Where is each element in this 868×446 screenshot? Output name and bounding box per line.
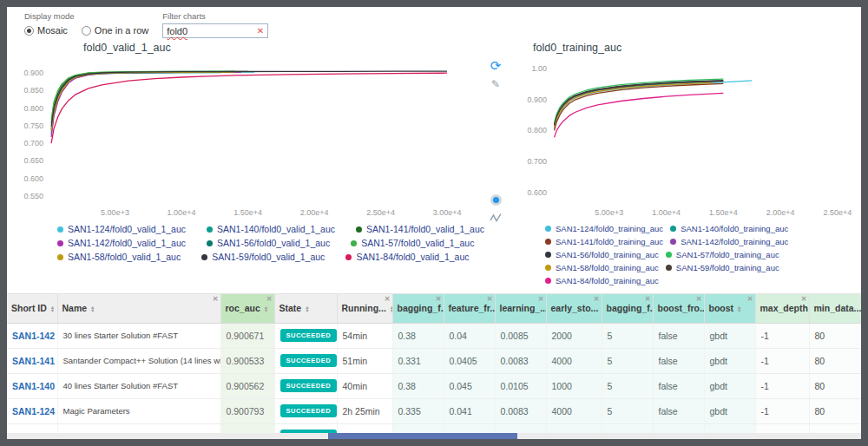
remove-column-icon[interactable]: ✕ [594, 295, 600, 303]
sparkline-icon[interactable] [490, 213, 502, 222]
cell-bagging-f: 5 [602, 323, 653, 348]
sort-icon[interactable]: ▲▼ [50, 305, 55, 313]
status-badge: SUCCEEDED [280, 354, 338, 367]
column-header-roc-auc[interactable]: roc_auc▲▼✕ [220, 294, 274, 323]
legend-item-san1-142-fold0-valid-1-auc[interactable]: SAN1-142/fold0_valid_1_auc [57, 238, 186, 248]
remove-column-icon[interactable]: ✕ [436, 295, 442, 303]
cell-bagging-f: 5 [602, 398, 653, 423]
legend-item-san1-57-fold0-training-auc[interactable]: SAN1-57/fold0_training_auc [666, 250, 779, 259]
remove-column-icon[interactable]: ✕ [213, 295, 219, 303]
series-line-san1-142-fold0-valid-1-auc[interactable] [51, 72, 241, 137]
cell-name: 30 lines Starter Solution #FAST [57, 323, 220, 348]
cell-boost-fro: false [653, 398, 704, 423]
remove-column-icon[interactable]: ✕ [860, 295, 861, 303]
table-row[interactable]: SAN1-14230 lines Starter Solution #FAST0… [7, 323, 861, 348]
column-header-learning[interactable]: learning_...▲▼✕ [495, 294, 546, 323]
remove-column-icon[interactable]: ✕ [487, 295, 493, 303]
series-line-san1-140-fold0-valid-1-auc[interactable] [51, 73, 221, 134]
sort-icon[interactable]: ▲▼ [264, 305, 268, 313]
series-line-san1-59-fold0-valid-1-auc[interactable] [51, 71, 447, 127]
series-line-san1-84-fold0-training-auc[interactable] [555, 93, 724, 137]
cell-state: SUCCEEDED [274, 373, 337, 398]
run-id-link[interactable]: SAN1-141 [12, 356, 55, 366]
series-line-san1-59-fold0-training-auc[interactable] [555, 81, 724, 125]
remove-column-icon[interactable]: ✕ [645, 295, 651, 303]
chart-plot-area[interactable]: 1.000.9000.8000.7000.6005.00e+31.00e+41.… [510, 57, 858, 220]
refresh-icon[interactable]: ⟳ [490, 59, 502, 72]
status-badge: SUCCEEDED [280, 329, 338, 342]
locate-icon[interactable] [490, 194, 502, 206]
legend-item-san1-56-fold0-valid-1-auc[interactable]: SAN1-56/fold0_valid_1_auc [207, 238, 330, 248]
column-header-boost-fro[interactable]: boost_fro...▲▼✕ [653, 294, 704, 323]
cell-learning: 0.0083 [495, 348, 546, 373]
radio-button-icon[interactable] [24, 26, 34, 36]
legend-item-san1-84-fold0-training-auc[interactable]: SAN1-84/fold0_training_auc [545, 276, 659, 285]
radio-button-icon[interactable] [82, 26, 91, 36]
legend-item-san1-124-fold0-valid-1-auc[interactable]: SAN1-124/fold0_valid_1_auc [57, 224, 186, 234]
column-header-max-depth[interactable]: max_depth▲▼✕ [755, 294, 809, 323]
legend-dot-icon [670, 226, 676, 232]
sort-icon[interactable]: ▲▼ [305, 305, 309, 313]
legend-item-san1-124-fold0-training-auc[interactable]: SAN1-124/fold0_training_auc [545, 224, 663, 233]
legend-item-san1-58-fold0-valid-1-auc[interactable]: SAN1-58/fold0_valid_1_auc [57, 252, 181, 262]
legend-item-san1-142-fold0-training-auc[interactable]: SAN1-142/fold0_training_auc [670, 237, 788, 246]
radio-one-in-a-row[interactable]: One in a row [82, 25, 148, 36]
column-header-short-id[interactable]: Short ID▲▼ [7, 294, 57, 323]
series-line-san1-141-fold0-training-auc[interactable] [555, 83, 724, 130]
run-id-link[interactable]: SAN1-124 [12, 406, 55, 416]
legend-item-san1-56-fold0-training-auc[interactable]: SAN1-56/fold0_training_auc [545, 250, 659, 259]
legend-item-san1-140-fold0-training-auc[interactable]: SAN1-140/fold0_training_auc [670, 224, 788, 233]
column-header-bagging-f[interactable]: bagging_f...▲▼✕ [602, 294, 653, 323]
series-line-san1-58-fold0-valid-1-auc[interactable] [51, 72, 234, 130]
legend-item-san1-58-fold0-training-auc[interactable]: SAN1-58/fold0_training_auc [545, 263, 659, 272]
remove-column-icon[interactable]: ✕ [385, 295, 391, 303]
remove-column-icon[interactable]: ✕ [696, 295, 702, 303]
legend-item-san1-59-fold0-training-auc[interactable]: SAN1-59/fold0_training_auc [666, 263, 779, 272]
series-line-san1-84-fold0-valid-1-auc[interactable] [51, 73, 447, 143]
sort-icon[interactable]: ▲▼ [90, 305, 95, 313]
legend-item-san1-141-fold0-training-auc[interactable]: SAN1-141/fold0_training_auc [545, 237, 663, 246]
radio-mosaic[interactable]: Mosaic [24, 25, 68, 36]
table-row[interactable]: SAN1-14040 lines Starter Solution #FAST0… [7, 373, 861, 398]
pencil-icon[interactable]: ✎ [491, 79, 500, 89]
table-row[interactable]: SAN1-124Magic Parameters0.900793SUCCEEDE… [7, 398, 861, 423]
legend-item-san1-84-fold0-valid-1-auc[interactable]: SAN1-84/fold0_valid_1_auc [345, 252, 469, 262]
chart-plot-area[interactable]: 0.9000.8500.8000.7500.7000.6500.6000.550… [7, 57, 476, 220]
clear-filter-icon[interactable]: ✕ [257, 27, 264, 36]
run-id-link[interactable]: SAN1-140 [12, 381, 55, 391]
column-header-feature-fr[interactable]: feature_fr...▲▼✕ [444, 294, 495, 323]
chart-card-training-auc: fold0_training_auc 1.000.9000.8000.7000.… [510, 42, 861, 293]
legend-label: SAN1-84/fold0_valid_1_auc [356, 252, 469, 262]
legend-item-san1-141-fold0-valid-1-auc[interactable]: SAN1-141/fold0_valid_1_auc [356, 224, 484, 234]
table-row[interactable]: SAN1-141Santander Compact++ Solution (14… [7, 348, 861, 373]
cell-roc-auc: 0.900533 [220, 348, 274, 373]
remove-column-icon[interactable]: ✕ [747, 295, 753, 303]
column-header-early-sto[interactable]: early_sto...▲▼✕ [546, 294, 602, 323]
legend-item-san1-57-fold0-valid-1-auc[interactable]: SAN1-57/fold0_valid_1_auc [351, 238, 474, 248]
series-line-san1-124-fold0-valid-1-auc[interactable] [51, 72, 254, 132]
column-header-running[interactable]: Running...▲▼✕ [337, 294, 392, 323]
horizontal-scrollbar-thumb[interactable] [328, 433, 517, 439]
series-line-san1-58-fold0-training-auc[interactable] [555, 82, 713, 128]
column-header-name[interactable]: Name▲▼✕ [57, 294, 220, 323]
cell-max-depth: -1 [755, 373, 809, 398]
legend-label: SAN1-57/fold0_valid_1_auc [361, 238, 474, 248]
series-line-san1-124-fold0-training-auc[interactable] [555, 81, 753, 129]
column-header-min-data[interactable]: min_data...▲▼✕ [809, 294, 861, 323]
series-line-san1-57-fold0-valid-1-auc[interactable] [51, 71, 234, 119]
legend-item-san1-59-fold0-valid-1-auc[interactable]: SAN1-59/fold0_valid_1_auc [201, 252, 325, 262]
run-id-link[interactable]: SAN1-142 [12, 331, 55, 341]
series-line-san1-56-fold0-valid-1-auc[interactable] [51, 72, 228, 128]
horizontal-scrollbar[interactable] [7, 433, 861, 439]
remove-column-icon[interactable]: ✕ [266, 295, 273, 303]
legend-item-san1-140-fold0-valid-1-auc[interactable]: SAN1-140/fold0_valid_1_auc [207, 224, 335, 234]
filter-charts-value[interactable]: fold0 [167, 26, 187, 36]
remove-column-icon[interactable]: ✕ [801, 295, 807, 303]
column-header-boost[interactable]: boost▲▼✕ [704, 294, 755, 323]
filter-charts-input[interactable]: fold0 ✕ [162, 23, 268, 38]
column-header-bagging-f[interactable]: bagging_f...▲▼✕ [392, 294, 444, 323]
remove-column-icon[interactable]: ✕ [538, 295, 544, 303]
sort-icon[interactable]: ▲▼ [737, 305, 741, 313]
legend-dot-icon [545, 278, 551, 284]
column-header-state[interactable]: State▲▼ [274, 294, 337, 323]
